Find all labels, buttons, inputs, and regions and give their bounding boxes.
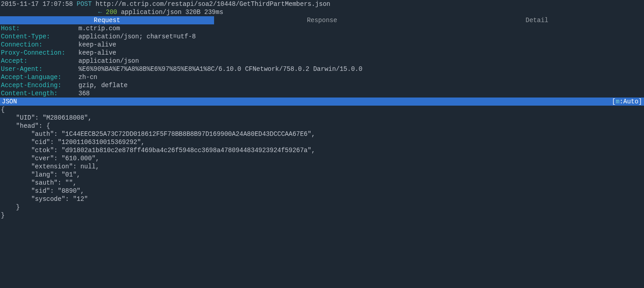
body-format-bar: JSON [m:Auto] [0,98,644,106]
response-size: 320B [185,9,201,16]
body-mode-indicator[interactable]: [m:Auto] [612,98,642,106]
response-content-type: application/json [121,9,181,16]
timestamp: 2015-11-17 17:07:58 [1,0,73,8]
header-value: application/json; charset=utf-8 [78,33,196,41]
tab-request[interactable]: Request [0,16,215,24]
header-value: zh-cn [78,73,97,81]
header-value: %E6%90%BA%E7%A8%8B%E6%97%85%E8%A1%8C/6.1… [78,65,362,73]
header-row: Accept-Encoding:gzip, deflate [1,81,643,89]
header-row: Content-Length:368 [1,89,643,98]
header-row: Proxy-Connection:keep-alive [1,49,643,57]
request-summary: 2015-11-17 17:07:58 POST http://m.ctrip.… [0,0,644,16]
response-arrow-icon: ← [98,9,102,16]
header-key: Content-Type: [1,33,78,41]
tabs: Request Response Detail [0,16,644,24]
tab-detail[interactable]: Detail [430,16,644,24]
body-format-label: JSON [2,98,17,106]
header-key: Content-Length: [1,89,78,98]
header-row: Connection:keep-alive [1,41,643,49]
header-value: keep-alive [78,49,116,57]
header-row: Host:m.ctrip.com [1,24,643,33]
response-time: 239ms [204,9,223,16]
header-value: gzip, deflate [78,81,128,89]
status-code: 200 [106,9,117,16]
header-key: Accept-Language: [1,73,78,81]
header-key: Accept: [1,57,78,65]
request-body[interactable]: { "UID": "M280618008", "head": { "auth":… [0,106,644,219]
header-value: application/json [78,57,139,65]
request-url: http://m.ctrip.com/restapi/soa2/10448/Ge… [96,0,330,8]
header-row: Accept:application/json [1,57,643,65]
header-row: User-Agent:%E6%90%BA%E7%A8%8B%E6%97%85%E… [1,65,643,73]
header-key: Accept-Encoding: [1,81,78,89]
header-key: Host: [1,24,78,33]
header-value: 368 [78,89,90,98]
summary-line-2: ← 200 application/json 320B 239ms [1,8,643,16]
request-headers: Host:m.ctrip.comContent-Type:application… [0,24,644,98]
http-method: POST [77,0,92,8]
header-value: m.ctrip.com [78,24,120,33]
header-value: keep-alive [78,41,116,49]
header-key: Proxy-Connection: [1,49,78,57]
tab-response[interactable]: Response [215,16,430,24]
header-row: Accept-Language:zh-cn [1,73,643,81]
summary-line-1: 2015-11-17 17:07:58 POST http://m.ctrip.… [1,0,643,8]
header-key: User-Agent: [1,65,78,73]
header-key: Connection: [1,41,78,49]
header-row: Content-Type:application/json; charset=u… [1,33,643,41]
